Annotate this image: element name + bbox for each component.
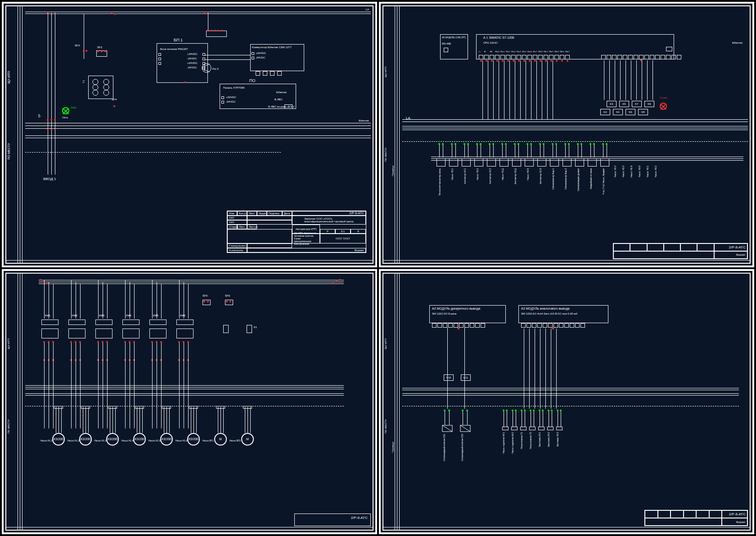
relay-k2: K2: [600, 109, 610, 115]
rail-shu-itp: ЩУ-ИТП: [7, 71, 10, 84]
channel-6: Контактор К3.Д: [511, 143, 522, 184]
relay-k9: K9: [644, 101, 654, 107]
sf5-label: SF5: [202, 294, 207, 297]
contactor-КМ3: КМ3: [93, 319, 117, 373]
relay-k4: K4: [613, 109, 623, 115]
title-block: Изм.Кол.уч.Лист№док.ПодписьДата 2/Р-8-АТ…: [227, 211, 366, 253]
contactor-КМ6: КМ6: [174, 319, 198, 373]
drawing-area-1: LA QF KU1 Сеть ВВ: [25, 8, 371, 259]
switch-title: Коммутатор Ethernet CSM 1277: [252, 46, 292, 49]
sheet-2: ПО МЕСТУ ЩУ-ИТП Граница А0 МОДУЛЬ COM (П…: [379, 2, 754, 267]
bp1-title: БП 1: [174, 38, 183, 42]
cad-layout: ПО МЕСТУ ЩУ-ИТП LA QF: [0, 0, 756, 536]
svg-line-13: [460, 425, 470, 432]
svg-point-4: [104, 79, 109, 85]
doc-code: 2/Р-8-АТС: [292, 211, 366, 216]
po-eth: Ethernet: [276, 91, 287, 94]
vvod-label: ВВОД 1: [43, 177, 56, 181]
channel-8: Контактор К3.В: [536, 143, 547, 184]
channel-7: Насос Н3.В: [524, 143, 535, 184]
sheet-4: ПО МЕСТУ ЩУ-ИТП Граница А2 МОДУЛЬ дискре…: [379, 269, 754, 535]
relay-k6: K6: [626, 109, 635, 115]
svg-point-5: [104, 90, 109, 95]
rog-label: Рог.3: [212, 68, 219, 70]
channel-3: Насос Н3.2: [473, 143, 484, 184]
svg-line-8: [204, 64, 210, 66]
po-note-label: В ЛВС: [274, 98, 283, 101]
sf6-label: SF6: [225, 294, 230, 297]
svg-line-11: [442, 425, 452, 432]
sf4-label: SF4: [112, 98, 117, 101]
channel-0: Теплосчётчик интер.связь: [436, 143, 446, 184]
sf2-label: SF2: [97, 46, 102, 49]
title-block-3: 2/Р-8-АТС: [294, 513, 371, 526]
svg-point-0: [93, 85, 98, 90]
svg-point-6: [202, 63, 211, 72]
channel-13: Р-хх, Р-х1 Насос, Авария: [599, 143, 610, 184]
contactor-КМ2: КМ2: [66, 319, 90, 373]
lamp-fault-icon: [660, 103, 667, 110]
relay-k5: K5: [619, 101, 629, 107]
title-block-4: 2/Р-8-АТС Формат: [644, 510, 748, 526]
svg-line-9: [204, 70, 210, 72]
relay-k8: K8: [638, 109, 648, 115]
ku1-label: KU1: [71, 106, 76, 109]
relay-k7: K7: [632, 101, 642, 107]
qf-label: QF: [38, 114, 40, 117]
channel-11: Сигнализация уровня: [574, 143, 585, 184]
svg-point-2: [93, 90, 98, 95]
contactor-КМ4: КМ4: [120, 319, 144, 373]
svg-point-1: [93, 79, 98, 85]
channel-10: Сигнализатор 6ыр.2: [562, 143, 572, 184]
drawing-area-4: А2 МОДУЛЬ дискретного вывода SM 1222 DO …: [402, 275, 748, 527]
sheet-1: ПО МЕСТУ ЩУ-ИТП LA QF: [2, 2, 377, 267]
sheet-3: ПО МЕСТУ ЩУ-ИТП SF5 SF6 К1 КМ1: [2, 269, 377, 535]
di-terminals: L+M1MDIa.0DIa.1DIa.2DIa.3DIa.4DIa.5DIa.6…: [479, 55, 570, 59]
a2-terminals: [432, 323, 485, 328]
bp1-desc: Блок питания PM1207: [160, 48, 188, 50]
do-terminals: [601, 55, 681, 59]
sf3-label: SF3: [75, 44, 80, 47]
drawing-area-2: А0 МОДУЛЬ COM (ПТ) RS-485 А 1 SIMATIC S7…: [402, 8, 748, 259]
channel-9: Сигнализатор 6ыр.1: [549, 143, 560, 184]
channel-1: Насос Н3.1: [448, 143, 459, 184]
po-desc: Панель KTP700K: [223, 86, 245, 89]
po-title: ПО: [249, 78, 255, 83]
svg-point-3: [104, 85, 109, 90]
channel-12: Аварийный останов: [587, 143, 598, 184]
drawing-area-3: SF5 SF6 К1 КМ1КМ2КМ3КМ4КМ5КМ6: [25, 275, 371, 527]
set-label: Сеть: [62, 116, 68, 119]
channel-2: Контактор К3.1: [461, 143, 472, 184]
bus-la: LA: [366, 8, 369, 11]
k1-label: К1: [254, 326, 257, 329]
relay-k10: K10: [444, 374, 454, 381]
rail-po-mestu: ПО МЕСТУ: [7, 143, 10, 159]
contactor-КМ1: КМ1: [39, 319, 63, 373]
channel-5: Насос Н3.Д: [499, 143, 509, 184]
a3-terminals: [521, 323, 585, 328]
contactor-КМ5: КМ5: [147, 319, 171, 373]
po-note: В ЛВС из рамy ДСL3: [268, 105, 294, 108]
eth-right: Ethernet: [359, 119, 369, 122]
channel-4: Контактор К3.2: [486, 143, 497, 184]
title-block-2: 2/Р-8-АТС Формат: [613, 243, 748, 259]
relay-k11: K11: [461, 374, 471, 381]
t1-label: T1: [82, 80, 85, 83]
lamp-icon: [62, 107, 69, 114]
relay-k3: K3: [607, 101, 616, 107]
